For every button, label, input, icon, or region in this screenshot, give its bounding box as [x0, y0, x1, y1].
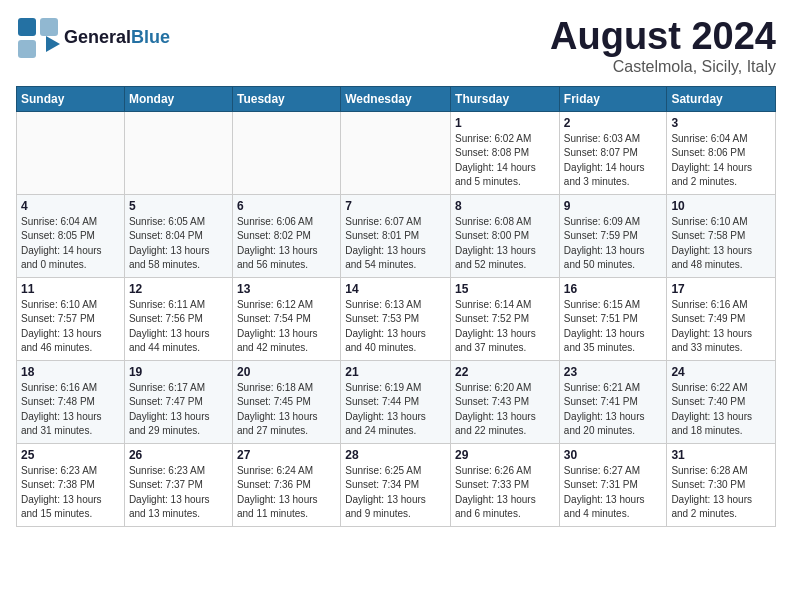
title-block: August 2024 Castelmola, Sicily, Italy [550, 16, 776, 76]
day-info: Sunrise: 6:04 AM Sunset: 8:05 PM Dayligh… [21, 215, 120, 273]
calendar-week-row: 18Sunrise: 6:16 AM Sunset: 7:48 PM Dayli… [17, 360, 776, 443]
day-info: Sunrise: 6:26 AM Sunset: 7:33 PM Dayligh… [455, 464, 555, 522]
calendar-cell: 25Sunrise: 6:23 AM Sunset: 7:38 PM Dayli… [17, 443, 125, 526]
day-info: Sunrise: 6:17 AM Sunset: 7:47 PM Dayligh… [129, 381, 228, 439]
day-info: Sunrise: 6:13 AM Sunset: 7:53 PM Dayligh… [345, 298, 446, 356]
day-number: 8 [455, 199, 555, 213]
day-number: 20 [237, 365, 336, 379]
calendar-cell: 11Sunrise: 6:10 AM Sunset: 7:57 PM Dayli… [17, 277, 125, 360]
day-number: 25 [21, 448, 120, 462]
svg-rect-2 [18, 40, 36, 58]
weekday-header: Friday [559, 86, 667, 111]
calendar-cell: 31Sunrise: 6:28 AM Sunset: 7:30 PM Dayli… [667, 443, 776, 526]
day-number: 29 [455, 448, 555, 462]
day-number: 3 [671, 116, 771, 130]
calendar-cell: 10Sunrise: 6:10 AM Sunset: 7:58 PM Dayli… [667, 194, 776, 277]
day-info: Sunrise: 6:11 AM Sunset: 7:56 PM Dayligh… [129, 298, 228, 356]
weekday-header: Tuesday [232, 86, 340, 111]
day-info: Sunrise: 6:12 AM Sunset: 7:54 PM Dayligh… [237, 298, 336, 356]
day-info: Sunrise: 6:06 AM Sunset: 8:02 PM Dayligh… [237, 215, 336, 273]
day-info: Sunrise: 6:08 AM Sunset: 8:00 PM Dayligh… [455, 215, 555, 273]
day-number: 9 [564, 199, 663, 213]
day-info: Sunrise: 6:20 AM Sunset: 7:43 PM Dayligh… [455, 381, 555, 439]
day-info: Sunrise: 6:16 AM Sunset: 7:48 PM Dayligh… [21, 381, 120, 439]
calendar-cell: 5Sunrise: 6:05 AM Sunset: 8:04 PM Daylig… [124, 194, 232, 277]
calendar-cell: 3Sunrise: 6:04 AM Sunset: 8:06 PM Daylig… [667, 111, 776, 194]
day-info: Sunrise: 6:18 AM Sunset: 7:45 PM Dayligh… [237, 381, 336, 439]
calendar-cell: 24Sunrise: 6:22 AM Sunset: 7:40 PM Dayli… [667, 360, 776, 443]
calendar-cell: 14Sunrise: 6:13 AM Sunset: 7:53 PM Dayli… [341, 277, 451, 360]
day-number: 30 [564, 448, 663, 462]
day-info: Sunrise: 6:15 AM Sunset: 7:51 PM Dayligh… [564, 298, 663, 356]
day-info: Sunrise: 6:14 AM Sunset: 7:52 PM Dayligh… [455, 298, 555, 356]
day-number: 27 [237, 448, 336, 462]
calendar-cell [341, 111, 451, 194]
calendar-week-row: 4Sunrise: 6:04 AM Sunset: 8:05 PM Daylig… [17, 194, 776, 277]
calendar-cell: 15Sunrise: 6:14 AM Sunset: 7:52 PM Dayli… [451, 277, 560, 360]
day-info: Sunrise: 6:19 AM Sunset: 7:44 PM Dayligh… [345, 381, 446, 439]
calendar-cell: 1Sunrise: 6:02 AM Sunset: 8:08 PM Daylig… [451, 111, 560, 194]
day-info: Sunrise: 6:21 AM Sunset: 7:41 PM Dayligh… [564, 381, 663, 439]
day-info: Sunrise: 6:10 AM Sunset: 7:57 PM Dayligh… [21, 298, 120, 356]
day-number: 28 [345, 448, 446, 462]
day-number: 14 [345, 282, 446, 296]
day-number: 7 [345, 199, 446, 213]
calendar-cell: 6Sunrise: 6:06 AM Sunset: 8:02 PM Daylig… [232, 194, 340, 277]
day-info: Sunrise: 6:04 AM Sunset: 8:06 PM Dayligh… [671, 132, 771, 190]
calendar-cell: 16Sunrise: 6:15 AM Sunset: 7:51 PM Dayli… [559, 277, 667, 360]
logo: GeneralBlue [16, 16, 170, 60]
calendar-cell: 13Sunrise: 6:12 AM Sunset: 7:54 PM Dayli… [232, 277, 340, 360]
day-number: 10 [671, 199, 771, 213]
calendar-week-row: 1Sunrise: 6:02 AM Sunset: 8:08 PM Daylig… [17, 111, 776, 194]
month-title: August 2024 [550, 16, 776, 58]
calendar-cell: 19Sunrise: 6:17 AM Sunset: 7:47 PM Dayli… [124, 360, 232, 443]
calendar-week-row: 25Sunrise: 6:23 AM Sunset: 7:38 PM Dayli… [17, 443, 776, 526]
calendar-cell: 26Sunrise: 6:23 AM Sunset: 7:37 PM Dayli… [124, 443, 232, 526]
day-number: 6 [237, 199, 336, 213]
weekday-header-row: SundayMondayTuesdayWednesdayThursdayFrid… [17, 86, 776, 111]
calendar-cell: 17Sunrise: 6:16 AM Sunset: 7:49 PM Dayli… [667, 277, 776, 360]
calendar-cell: 27Sunrise: 6:24 AM Sunset: 7:36 PM Dayli… [232, 443, 340, 526]
calendar-cell: 12Sunrise: 6:11 AM Sunset: 7:56 PM Dayli… [124, 277, 232, 360]
day-info: Sunrise: 6:23 AM Sunset: 7:38 PM Dayligh… [21, 464, 120, 522]
calendar-table: SundayMondayTuesdayWednesdayThursdayFrid… [16, 86, 776, 527]
weekday-header: Sunday [17, 86, 125, 111]
location-subtitle: Castelmola, Sicily, Italy [550, 58, 776, 76]
day-info: Sunrise: 6:23 AM Sunset: 7:37 PM Dayligh… [129, 464, 228, 522]
calendar-cell: 8Sunrise: 6:08 AM Sunset: 8:00 PM Daylig… [451, 194, 560, 277]
day-info: Sunrise: 6:24 AM Sunset: 7:36 PM Dayligh… [237, 464, 336, 522]
day-number: 13 [237, 282, 336, 296]
calendar-cell: 20Sunrise: 6:18 AM Sunset: 7:45 PM Dayli… [232, 360, 340, 443]
day-number: 18 [21, 365, 120, 379]
calendar-cell: 30Sunrise: 6:27 AM Sunset: 7:31 PM Dayli… [559, 443, 667, 526]
logo-blue: Blue [131, 27, 170, 47]
calendar-cell: 21Sunrise: 6:19 AM Sunset: 7:44 PM Dayli… [341, 360, 451, 443]
day-number: 22 [455, 365, 555, 379]
day-number: 24 [671, 365, 771, 379]
calendar-cell: 22Sunrise: 6:20 AM Sunset: 7:43 PM Dayli… [451, 360, 560, 443]
page-header: GeneralBlue August 2024 Castelmola, Sici… [16, 16, 776, 76]
weekday-header: Monday [124, 86, 232, 111]
day-info: Sunrise: 6:05 AM Sunset: 8:04 PM Dayligh… [129, 215, 228, 273]
day-info: Sunrise: 6:10 AM Sunset: 7:58 PM Dayligh… [671, 215, 771, 273]
calendar-cell [124, 111, 232, 194]
calendar-cell [232, 111, 340, 194]
svg-rect-0 [18, 18, 36, 36]
calendar-cell: 2Sunrise: 6:03 AM Sunset: 8:07 PM Daylig… [559, 111, 667, 194]
day-number: 1 [455, 116, 555, 130]
day-number: 19 [129, 365, 228, 379]
day-number: 17 [671, 282, 771, 296]
calendar-cell [17, 111, 125, 194]
svg-rect-1 [40, 18, 58, 36]
weekday-header: Wednesday [341, 86, 451, 111]
svg-marker-3 [46, 36, 60, 52]
calendar-cell: 7Sunrise: 6:07 AM Sunset: 8:01 PM Daylig… [341, 194, 451, 277]
day-info: Sunrise: 6:28 AM Sunset: 7:30 PM Dayligh… [671, 464, 771, 522]
calendar-cell: 18Sunrise: 6:16 AM Sunset: 7:48 PM Dayli… [17, 360, 125, 443]
calendar-cell: 23Sunrise: 6:21 AM Sunset: 7:41 PM Dayli… [559, 360, 667, 443]
day-info: Sunrise: 6:09 AM Sunset: 7:59 PM Dayligh… [564, 215, 663, 273]
day-number: 12 [129, 282, 228, 296]
day-number: 4 [21, 199, 120, 213]
day-info: Sunrise: 6:07 AM Sunset: 8:01 PM Dayligh… [345, 215, 446, 273]
day-number: 31 [671, 448, 771, 462]
